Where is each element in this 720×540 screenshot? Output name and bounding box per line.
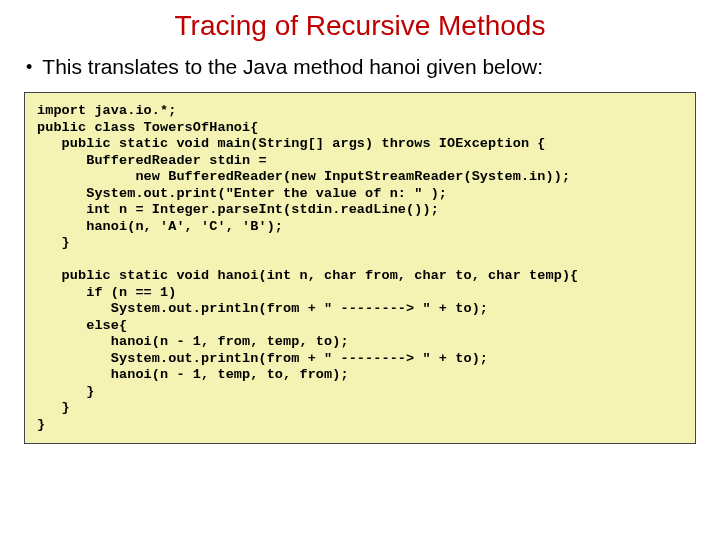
- bullet-text: This translates to the Java method hanoi…: [42, 54, 543, 80]
- code-block: import java.io.*; public class TowersOfH…: [24, 92, 696, 444]
- page-title: Tracing of Recursive Methods: [18, 10, 702, 42]
- slide: Tracing of Recursive Methods • This tran…: [0, 0, 720, 540]
- bullet-item: • This translates to the Java method han…: [26, 54, 702, 80]
- bullet-marker: •: [26, 54, 32, 80]
